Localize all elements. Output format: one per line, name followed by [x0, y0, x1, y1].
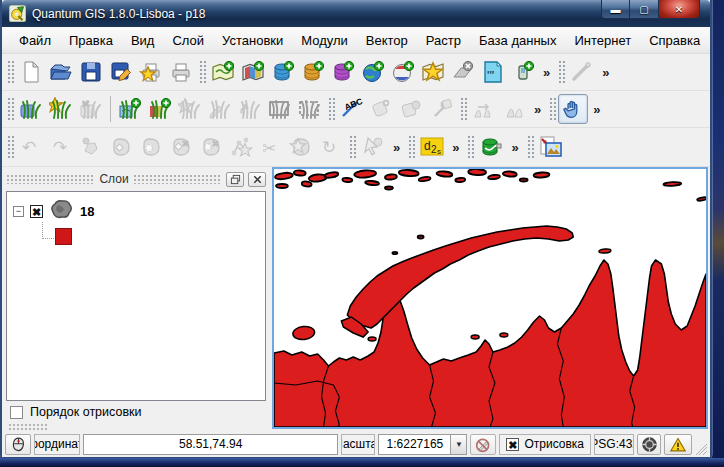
toolbar-overflow-chevron[interactable]: » — [588, 102, 605, 117]
undo-icon: ↶ — [16, 132, 46, 162]
menu-item-модули[interactable]: Модули — [292, 30, 357, 51]
svg-text:↷: ↷ — [53, 138, 67, 157]
menu-item-интернет[interactable]: Интернет — [565, 30, 640, 51]
pan-map-icon[interactable] — [558, 94, 588, 124]
new-shapefile-layer-icon[interactable] — [418, 57, 448, 87]
toolbar-drag-handle[interactable] — [6, 59, 14, 85]
grass-add-vector-icon[interactable] — [115, 94, 145, 124]
toolbar-overflow-chevron[interactable]: » — [597, 65, 614, 80]
toolbar-drag-handle[interactable] — [526, 134, 534, 160]
grass-add-raster-icon[interactable] — [145, 94, 175, 124]
map-novaya-zemlya — [347, 226, 573, 328]
scale-value[interactable]: 1:6227165 — [378, 434, 450, 455]
title-bar[interactable]: Quantum GIS 1.8.0-Lisboa - p18 ▬ ▢ ✕ — [2, 0, 710, 27]
toolbar-drag-handle[interactable] — [407, 134, 415, 160]
polygon-layer-icon — [49, 198, 73, 224]
file-new-icon[interactable] — [16, 57, 46, 87]
grass-region-edit-icon[interactable] — [295, 94, 325, 124]
checkbox-check-icon[interactable]: ✖ — [506, 438, 519, 451]
add-postgis-layer-icon[interactable] — [268, 57, 298, 87]
toolbar-drag-handle[interactable] — [466, 134, 474, 160]
panel-resize-grip[interactable] — [8, 423, 48, 431]
menu-item-установки[interactable]: Установки — [213, 30, 292, 51]
svg-text:ABC: ABC — [343, 97, 364, 112]
toolbar-drag-handle[interactable] — [6, 96, 14, 122]
save-icon[interactable] — [76, 57, 106, 87]
add-vector-layer-icon[interactable] — [208, 57, 238, 87]
layer-visibility-checkbox[interactable]: ✖ — [30, 205, 43, 218]
add-spatialite-layer-icon[interactable] — [298, 57, 328, 87]
add-wms-layer-icon[interactable] — [358, 57, 388, 87]
toolbar-drag-handle[interactable] — [548, 96, 556, 122]
toolbar-drag-handle[interactable] — [557, 59, 565, 85]
log-messages-button[interactable] — [664, 434, 692, 455]
grass-region-display-icon[interactable] — [265, 94, 295, 124]
toolbar-drag-handle[interactable] — [327, 96, 335, 122]
layer-settings-icon — [427, 94, 457, 124]
menu-item-вектор[interactable]: Вектор — [357, 30, 417, 51]
add-wfs-layer-icon[interactable] — [388, 57, 418, 87]
menu-item-база-данных[interactable]: База данных — [470, 30, 565, 51]
layer-expander[interactable]: − — [13, 206, 24, 217]
toolbar-drag-handle[interactable] — [348, 134, 356, 160]
layer-color-swatch[interactable] — [55, 228, 72, 245]
gps-tools-icon[interactable] — [508, 57, 538, 87]
labeling-icon[interactable]: ABC — [337, 94, 367, 124]
svg-text:↻: ↻ — [322, 138, 336, 157]
print-icon[interactable] — [166, 57, 196, 87]
layers-tree[interactable]: − ✖ 18 — [6, 191, 266, 401]
image-export-icon[interactable] — [536, 132, 566, 162]
grass-edit-icon — [205, 94, 235, 124]
add-delimited-text-layer-icon[interactable]: ''' — [478, 57, 508, 87]
menu-item-правка[interactable]: Правка — [60, 30, 122, 51]
menu-item-слой[interactable]: Слой — [163, 30, 213, 51]
close-button[interactable]: ✕ — [658, 0, 700, 19]
stop-render-button[interactable] — [470, 434, 496, 455]
coordinate-label[interactable]: Координата — [34, 434, 80, 455]
layer-tag-crs-icon — [397, 94, 427, 124]
panel-close-button[interactable] — [248, 172, 266, 187]
grass-open-mapset-icon[interactable] — [16, 94, 46, 124]
crs-status-button[interactable] — [637, 434, 661, 455]
print-composer-icon[interactable] — [136, 57, 166, 87]
add-raster-layer-icon[interactable] — [238, 57, 268, 87]
crs-status-label[interactable]: EPSG:4326 — [594, 434, 634, 455]
grass-new-mapset-icon[interactable] — [46, 94, 76, 124]
toolbar-overflow-chevron[interactable]: » — [447, 140, 464, 155]
render-checkbox[interactable]: ✖ Отрисовка — [499, 434, 591, 455]
toolbar-drag-handle[interactable] — [198, 59, 206, 85]
save-as-icon[interactable] — [106, 57, 136, 87]
maximize-button[interactable]: ▢ — [630, 0, 658, 19]
toolbar-overflow-chevron[interactable]: » — [388, 140, 405, 155]
layers-panel-header[interactable]: Слои — [4, 169, 268, 189]
window-resize-grip[interactable] — [695, 443, 707, 455]
menu-item-справка[interactable]: Справка — [640, 30, 709, 51]
toolbar-overflow-chevron[interactable]: » — [538, 65, 555, 80]
simplify-feature-icon — [76, 132, 106, 162]
taskbar-strip: CCOM-PbMail.RЗЕМСАСРС — [0, 458, 724, 467]
toolbar-drag-handle[interactable] — [459, 96, 467, 122]
toolbar-overflow-chevron[interactable]: » — [506, 140, 523, 155]
rotate-feature-icon: ↻ — [316, 132, 346, 162]
layer-item[interactable]: − ✖ 18 — [7, 192, 265, 224]
layer-order-checkbox[interactable] — [10, 406, 23, 419]
minimize-button[interactable]: ▬ — [601, 0, 630, 19]
d2s-converter-icon[interactable]: d2s — [417, 132, 447, 162]
measure-icon — [567, 57, 597, 87]
map-canvas[interactable] — [272, 167, 708, 429]
menu-item-растр[interactable]: Растр — [417, 30, 470, 51]
toolbar-drag-handle[interactable] — [6, 134, 14, 160]
toolbar-overflow-chevron[interactable]: » — [529, 102, 546, 117]
remove-layer-icon[interactable] — [448, 57, 478, 87]
coordinate-field[interactable]: 58.51,74.94 — [83, 434, 338, 455]
panel-float-button[interactable] — [226, 172, 244, 187]
scale-label: Масштаб — [341, 434, 375, 455]
scale-combobox[interactable]: 1:6227165 ▼ — [378, 434, 467, 455]
add-db-layer-icon[interactable] — [328, 57, 358, 87]
evis-plugin-icon[interactable] — [476, 132, 506, 162]
menu-item-вид[interactable]: Вид — [122, 30, 164, 51]
chevron-down-icon[interactable]: ▼ — [450, 434, 467, 455]
menu-item-файл[interactable]: Файл — [10, 30, 60, 51]
mouse-position-toggle-button[interactable] — [5, 434, 31, 455]
folder-open-icon[interactable] — [46, 57, 76, 87]
